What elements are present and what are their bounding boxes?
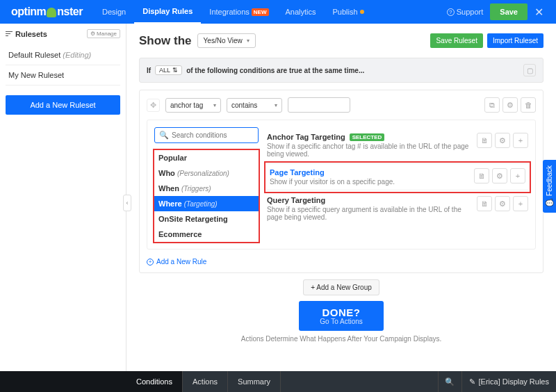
- rule-row: ✥ anchor tag ▾ contains ▾ ⧉ ⚙ 🗑: [147, 97, 536, 113]
- condition-picker: 🔍 Popular Who (Personalization) When (Tr…: [147, 120, 536, 250]
- drag-handle-icon[interactable]: ✥: [147, 99, 160, 112]
- cat-label: OnSite Retargeting: [158, 215, 228, 223]
- cond-page-targeting[interactable]: Page Targeting Show if your visitor is o…: [267, 164, 528, 190]
- close-icon[interactable]: ✕: [528, 6, 550, 19]
- cat-hint: (Personalization): [177, 170, 229, 177]
- cond-settings-button[interactable]: ⚙: [495, 196, 510, 211]
- bottom-edit-label: [Erica] Display Rules: [479, 377, 549, 386]
- search-icon: 🔍: [445, 377, 455, 386]
- cat-onsite[interactable]: OnSite Retargeting: [154, 211, 259, 227]
- delete-rule-button[interactable]: 🗑: [521, 97, 536, 113]
- cat-popular[interactable]: Popular: [154, 150, 259, 165]
- save-ruleset-button[interactable]: Save Ruleset: [430, 33, 482, 48]
- operator-dropdown[interactable]: contains ▾: [227, 98, 282, 113]
- cond-add-button[interactable]: +: [510, 168, 525, 183]
- collapse-group-icon[interactable]: ▢: [523, 64, 536, 76]
- tab-design[interactable]: Design: [94, 0, 134, 24]
- copy-icon: ⧉: [489, 101, 495, 110]
- doc-icon: 🗎: [481, 136, 489, 145]
- manage-button[interactable]: ⚙ Manage: [87, 29, 120, 38]
- done-sub-label: Go To Actions: [320, 318, 363, 325]
- category-list: Popular Who (Personalization) When (Trig…: [154, 150, 259, 242]
- sidebar-item-default[interactable]: Default Ruleset (Editing): [6, 45, 120, 65]
- search-icon: 🔍: [159, 131, 169, 140]
- if-label: If: [147, 67, 151, 74]
- sidebar-item-mynew[interactable]: My New Ruleset: [6, 65, 120, 85]
- save-button[interactable]: Save: [490, 3, 528, 20]
- tab-integrations[interactable]: Integrations NEW: [201, 0, 277, 24]
- cond-doc-button[interactable]: 🗎: [477, 133, 492, 148]
- cat-label: Ecommerce: [158, 230, 202, 238]
- search-input[interactable]: [172, 131, 254, 139]
- view-dropdown-label: Yes/No View: [204, 37, 243, 44]
- caret-down-icon: ▾: [247, 38, 250, 44]
- add-rule-link[interactable]: + Add a New Rule: [147, 258, 206, 266]
- cond-title: Page Targeting: [270, 168, 325, 177]
- doc-icon: 🗎: [481, 199, 489, 208]
- gear-icon: ⚙: [499, 199, 506, 209]
- value-input[interactable]: [288, 97, 350, 113]
- plus-icon: +: [516, 172, 520, 180]
- plus-icon: +: [518, 136, 523, 145]
- cond-doc-button[interactable]: 🗎: [477, 196, 492, 211]
- add-group-row: + Add a New Group: [139, 283, 543, 291]
- cond-settings-button[interactable]: ⚙: [495, 133, 510, 148]
- cond-doc-button[interactable]: 🗎: [474, 168, 489, 183]
- add-group-button[interactable]: + Add a New Group: [303, 279, 379, 295]
- bottom-tab-summary[interactable]: Summary: [228, 371, 281, 392]
- cat-label: Popular: [158, 154, 187, 162]
- done-button[interactable]: DONE? Go To Actions: [299, 301, 384, 331]
- cond-settings-button[interactable]: ⚙: [492, 168, 507, 183]
- cat-hint: (Triggers): [181, 185, 211, 193]
- cat-when[interactable]: When (Triggers): [154, 181, 259, 196]
- sidebar-item-label: Default Ruleset: [8, 51, 60, 59]
- tab-publish[interactable]: Publish: [325, 0, 373, 24]
- nav-tabs: Design Display Rules Integrations NEW An…: [94, 0, 373, 24]
- top-nav: optinmnster Design Display Rules Integra…: [0, 0, 556, 24]
- field-dropdown[interactable]: anchor tag ▾: [165, 98, 221, 113]
- cond-add-button[interactable]: +: [513, 133, 528, 148]
- import-ruleset-button[interactable]: Import Ruleset: [487, 33, 543, 48]
- copy-rule-button[interactable]: ⧉: [484, 97, 500, 113]
- operator-label: contains: [231, 101, 257, 109]
- tab-publish-label: Publish: [333, 8, 358, 16]
- cat-who[interactable]: Who (Personalization): [154, 165, 259, 181]
- search-box[interactable]: 🔍: [154, 127, 259, 143]
- cond-anchor-tag[interactable]: Anchor Tag TargetingSELECTED Show if a s…: [267, 127, 528, 164]
- doc-icon: 🗎: [478, 172, 486, 180]
- feedback-tab[interactable]: 💬 Feedback: [543, 160, 556, 213]
- cat-label: When: [158, 184, 179, 193]
- add-ruleset-button[interactable]: Add a New Ruleset: [6, 95, 120, 115]
- tab-analytics[interactable]: Analytics: [277, 0, 325, 24]
- sidebar-item-suffix: (Editing): [63, 51, 91, 59]
- bottom-tab-conditions[interactable]: Conditions: [126, 371, 183, 392]
- bottom-edit-title[interactable]: ✎ [Erica] Display Rules: [461, 371, 556, 392]
- cond-desc: Show if a specific anchor tag # is avail…: [267, 142, 471, 158]
- settings-rule-button[interactable]: ⚙: [502, 97, 518, 113]
- rule-group: ✥ anchor tag ▾ contains ▾ ⧉ ⚙ 🗑: [139, 90, 543, 273]
- cat-hint: (Targeting): [184, 200, 218, 208]
- cat-ecommerce[interactable]: Ecommerce: [154, 227, 259, 242]
- support-label: Support: [457, 8, 484, 16]
- view-dropdown[interactable]: Yes/No View ▾: [197, 33, 256, 48]
- gear-icon: ⚙: [499, 136, 506, 145]
- new-badge: NEW: [252, 8, 269, 16]
- support-link[interactable]: ? Support: [447, 8, 484, 16]
- cond-add-button[interactable]: +: [513, 196, 528, 211]
- help-icon: ?: [447, 8, 455, 16]
- cond-title: Query Targeting: [267, 196, 325, 204]
- bottom-bar: Conditions Actions Summary 🔍 ✎ [Erica] D…: [0, 371, 556, 392]
- sort-icon: ⇅: [172, 67, 178, 74]
- all-any-toggle[interactable]: ALL ⇅: [155, 65, 182, 75]
- field-label: anchor tag: [170, 101, 203, 109]
- cond-query-targeting[interactable]: Query Targeting Show if a specific query…: [267, 190, 528, 227]
- bottom-tab-actions[interactable]: Actions: [183, 371, 228, 392]
- cat-where[interactable]: Where (Targeting): [154, 196, 259, 211]
- bottom-search-button[interactable]: 🔍: [438, 371, 461, 392]
- plus-circle-icon: +: [147, 259, 154, 266]
- manage-label: Manage: [97, 31, 117, 37]
- plus-icon: +: [518, 199, 523, 208]
- monster-icon: [47, 8, 56, 17]
- tab-display-rules[interactable]: Display Rules: [134, 0, 201, 24]
- sidebar-collapse-handle[interactable]: ‹: [123, 195, 131, 211]
